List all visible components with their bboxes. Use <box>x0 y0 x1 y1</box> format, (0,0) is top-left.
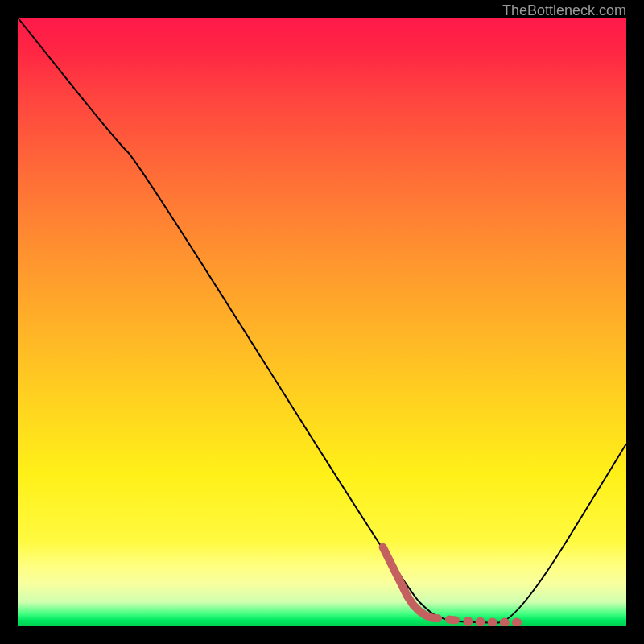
attribution-label: TheBottleneck.com <box>502 2 626 19</box>
svg-point-2 <box>488 617 497 626</box>
curves-svg <box>18 18 626 626</box>
bottleneck-curve <box>18 18 626 622</box>
chart-container: TheBottleneck.com <box>0 0 644 644</box>
plot-area <box>18 18 626 626</box>
svg-point-4 <box>512 617 522 626</box>
svg-point-1 <box>476 617 485 626</box>
highlight-segment <box>383 547 522 626</box>
svg-point-0 <box>463 617 473 626</box>
